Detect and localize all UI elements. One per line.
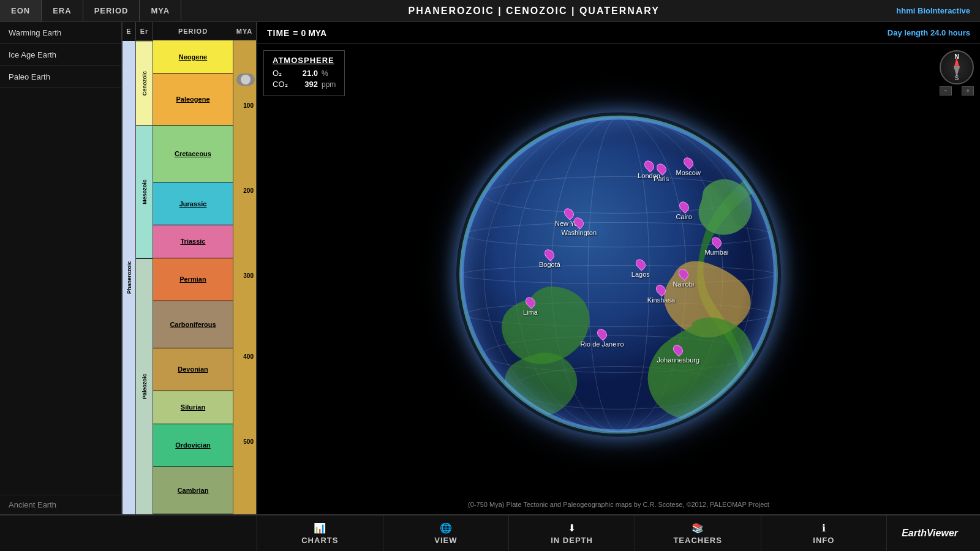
globe[interactable]: London Paris Moscow Cairo Mumbai Lagos: [459, 115, 778, 433]
ts-period-triassic[interactable]: Triassic: [153, 225, 233, 258]
ts-period-jurassic[interactable]: Jurassic: [153, 182, 233, 225]
time-label: TIME =: [267, 28, 299, 38]
bottom-nav-indepth[interactable]: ⬇ IN DEPTH: [509, 515, 635, 551]
view-icon: 🌐: [439, 522, 453, 534]
ts-era-mesozoic[interactable]: Mesozoic: [136, 126, 153, 258]
ts-period-cretaceous[interactable]: Cretaceous: [153, 126, 233, 182]
scale-tick-100: 100: [243, 102, 254, 109]
timeline-slider[interactable]: [236, 73, 255, 86]
sidebar: Warming Earth Ice Age Earth Paleo Earth …: [0, 22, 123, 514]
ts-header-era: Er: [136, 22, 153, 40]
sidebar-item-ancient-earth[interactable]: Ancient Earth: [0, 495, 121, 514]
globe-container[interactable]: London Paris Moscow Cairo Mumbai Lagos: [459, 115, 778, 433]
atmosphere-title: ATMOSPHERE: [273, 56, 336, 65]
ts-period-permian[interactable]: Permian: [153, 258, 233, 301]
sidebar-item-ice-age-earth[interactable]: Ice Age Earth: [0, 44, 121, 66]
city-kinshasa[interactable]: Kinshasa: [647, 284, 675, 304]
co2-label: CO₂: [273, 80, 291, 89]
city-bogota[interactable]: Bogotá: [539, 249, 560, 269]
city-cairo[interactable]: Cairo: [676, 201, 692, 221]
ts-header-period: PERIOD: [153, 22, 233, 40]
scale-tick-500: 500: [243, 438, 254, 445]
compass-s: S: [955, 75, 959, 81]
tab-mya[interactable]: MYA: [140, 0, 181, 21]
day-length: Day length 24.0 hours: [888, 28, 970, 37]
ts-eon-column: Phanerozoic: [123, 40, 136, 514]
ts-period-column: Neogene Paleogene Cretaceous Jurassic Tr…: [153, 40, 233, 514]
sidebar-item-warming-earth[interactable]: Warming Earth: [0, 22, 121, 44]
city-lima[interactable]: Lima: [523, 297, 538, 317]
globe-svg: [459, 115, 778, 433]
bottom-nav-teachers-label: TEACHERS: [673, 536, 722, 545]
bottom-nav-info[interactable]: ℹ INFO: [761, 515, 888, 551]
timescale-panel: E Er PERIOD MYA Phanerozoic Cenozoic Mes…: [123, 22, 257, 514]
ts-period-paleogene[interactable]: Paleogene: [153, 73, 233, 126]
co2-unit: ppm: [322, 80, 336, 89]
ts-period-cambrian[interactable]: Cambrian: [153, 467, 233, 514]
ts-header-eon: E: [123, 22, 136, 40]
info-icon: ℹ: [816, 522, 831, 534]
city-rio[interactable]: Rio de Janeiro: [581, 329, 624, 348]
bottom-nav-charts[interactable]: 📊 CHARTS: [257, 515, 383, 551]
bottom-nav-view-label: VIEW: [434, 536, 457, 545]
atmosphere-panel: ATMOSPHERE O₂ 21.0 % CO₂ 392 ppm: [263, 50, 345, 96]
o2-value: 21.0: [295, 69, 318, 78]
tab-period[interactable]: PERIOD: [83, 0, 140, 21]
bottom-nav-info-label: INFO: [813, 536, 834, 545]
city-washington[interactable]: Washington: [561, 217, 597, 237]
city-paris[interactable]: Paris: [654, 163, 669, 182]
city-nairobi[interactable]: Nairobi: [673, 268, 694, 288]
brand-earthviewer: EarthViewer: [887, 528, 973, 539]
ts-eon-phanerozoic[interactable]: Phanerozoic: [123, 40, 135, 514]
compass: N S − +: [940, 50, 974, 84]
page-title: PHANEROZOIC | CENOZOIC | QUATERNARY: [181, 6, 886, 17]
o2-unit: %: [322, 69, 328, 78]
time-value: 0 MYA: [301, 28, 327, 38]
compass-plus[interactable]: +: [962, 86, 974, 96]
tab-era[interactable]: ERA: [42, 0, 83, 21]
city-moscow[interactable]: Moscow: [676, 157, 701, 176]
ts-era-cenozoic[interactable]: Cenozoic: [136, 40, 153, 126]
city-johannesburg[interactable]: Johannesburg: [657, 345, 699, 364]
ts-period-neogene[interactable]: Neogene: [153, 40, 233, 73]
teachers-icon: 📚: [690, 522, 705, 534]
header: EON ERA PERIOD MYA PHANEROZOIC | CENOZOI…: [0, 0, 980, 22]
indepth-icon: ⬇: [565, 522, 579, 534]
scale-tick-400: 400: [243, 353, 254, 360]
bottom-nav-indepth-label: IN DEPTH: [551, 536, 593, 545]
city-lagos[interactable]: Lagos: [631, 258, 650, 278]
tab-eon[interactable]: EON: [0, 0, 42, 21]
bottom-nav-charts-label: CHARTS: [301, 536, 338, 545]
sidebar-item-paleo-earth[interactable]: Paleo Earth: [0, 66, 121, 88]
ts-header-mya: MYA: [233, 22, 256, 40]
bottom-nav-view[interactable]: 🌐 VIEW: [383, 515, 510, 551]
ts-era-column: Cenozoic Mesozoic Paleozoic: [136, 40, 153, 514]
ts-period-carboniferous[interactable]: Carboniferous: [153, 301, 233, 348]
attribution: (0-750 Mya) Plate Tectonic and Paleogeog…: [468, 501, 769, 508]
scale-tick-200: 200: [243, 187, 254, 194]
ts-era-paleozoic[interactable]: Paleozoic: [136, 258, 153, 514]
charts-icon: 📊: [312, 522, 327, 534]
compass-minus[interactable]: −: [940, 86, 952, 96]
ts-scale-column: 100 200 300 400 500: [233, 40, 256, 514]
bottom-nav-teachers[interactable]: 📚 TEACHERS: [635, 515, 761, 551]
main-map-area: TIME = 0 MYA Day length 24.0 hours ATMOS…: [257, 22, 980, 514]
brand-header: hhmi BioInteractive: [886, 6, 980, 15]
ts-period-silurian[interactable]: Silurian: [153, 391, 233, 424]
scale-tick-300: 300: [243, 272, 254, 279]
bottom-nav-bar: 📊 CHARTS 🌐 VIEW ⬇ IN DEPTH 📚 TEACHERS ℹ …: [0, 514, 980, 551]
info-bar: TIME = 0 MYA Day length 24.0 hours: [257, 22, 980, 44]
ts-period-devonian[interactable]: Devonian: [153, 348, 233, 391]
ts-period-ordovician[interactable]: Ordovician: [153, 424, 233, 467]
co2-value: 392: [295, 80, 318, 89]
brand-container: EarthViewer: [887, 528, 980, 539]
city-mumbai[interactable]: Mumbai: [704, 236, 728, 256]
o2-label: O₂: [273, 69, 291, 78]
